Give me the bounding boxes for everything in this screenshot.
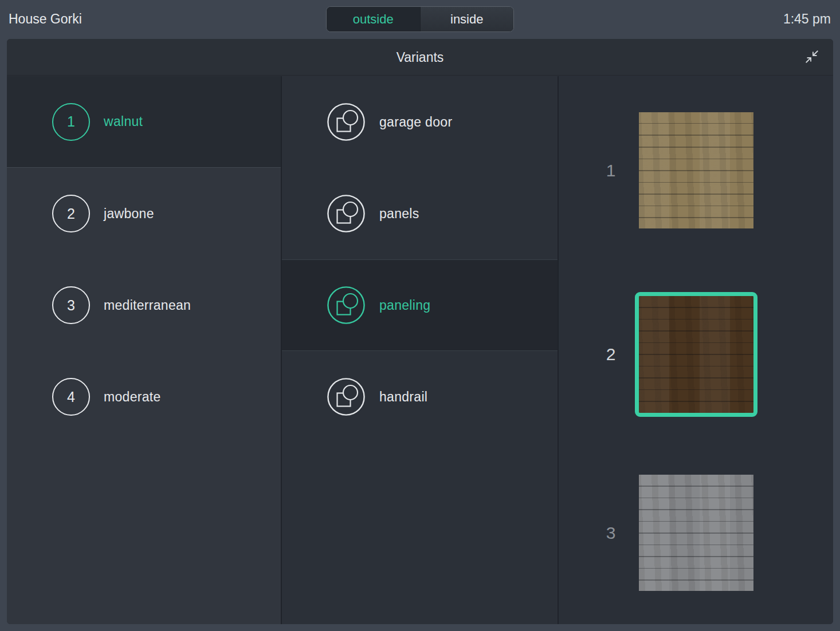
swatch-number: 2 <box>599 345 622 364</box>
panel-title: Variants <box>7 39 833 76</box>
project-title: House Gorki <box>9 0 82 38</box>
tab-outside[interactable]: outside <box>327 7 420 31</box>
material-swatch-gray-wood[interactable] <box>639 475 753 591</box>
material-swatch-light-wood[interactable] <box>639 112 753 228</box>
variant-number-badge: 2 <box>52 195 90 232</box>
variant-label: moderate <box>104 389 161 405</box>
wood-texture <box>639 475 753 591</box>
shapes-material-icon <box>327 286 365 324</box>
component-item-garage-door[interactable]: garage door <box>282 76 558 168</box>
inside-outside-toggle: outside inside <box>326 6 514 32</box>
clock-time: 1:45 pm <box>783 0 831 38</box>
component-item-panels[interactable]: panels <box>282 168 558 259</box>
variant-item-jawbone[interactable]: 2 jawbone <box>7 168 281 259</box>
component-item-paneling[interactable]: paneling <box>282 259 558 351</box>
variant-item-mediterranean[interactable]: 3 mediterranean <box>7 259 281 351</box>
component-label: paneling <box>379 298 430 313</box>
component-item-handrail[interactable]: handrail <box>282 351 558 443</box>
wood-texture <box>639 296 753 413</box>
variant-list: 1 walnut 2 jawbone 3 mediterranean 4 mod… <box>7 76 281 624</box>
shapes-material-icon <box>327 378 365 416</box>
variants-content: 1 walnut 2 jawbone 3 mediterranean 4 mod… <box>7 76 833 624</box>
component-label: panels <box>379 206 419 222</box>
variant-label: jawbone <box>104 206 154 222</box>
shapes-material-icon <box>327 103 365 141</box>
variant-label: mediterranean <box>104 298 191 313</box>
swatch-option-3: 3 <box>559 475 833 591</box>
component-list: garage door panels <box>282 76 558 624</box>
component-label: garage door <box>379 115 452 130</box>
shapes-material-icon <box>327 195 365 232</box>
variant-number-badge: 4 <box>52 378 90 416</box>
variants-panel: Variants 1 walnut 2 jawbone 3 medit <box>7 39 833 624</box>
swatch-number: 3 <box>599 523 622 543</box>
top-bar: House Gorki outside inside 1:45 pm <box>0 0 840 39</box>
variant-number-badge: 1 <box>52 103 90 141</box>
swatch-number: 1 <box>599 161 622 180</box>
variant-item-moderate[interactable]: 4 moderate <box>7 351 281 443</box>
variant-item-walnut[interactable]: 1 walnut <box>7 76 281 168</box>
variant-number-badge: 3 <box>52 286 90 324</box>
swatch-option-2-selected: 2 <box>559 292 833 417</box>
wood-texture <box>639 112 753 228</box>
variant-label: walnut <box>104 114 143 129</box>
collapse-button[interactable] <box>802 48 822 68</box>
material-swatch-dark-wood[interactable] <box>635 292 757 417</box>
material-swatch-list: 1 2 3 <box>559 76 833 624</box>
collapse-arrows-icon <box>804 49 819 66</box>
swatch-option-1: 1 <box>559 112 833 228</box>
component-label: handrail <box>379 389 427 405</box>
tab-inside[interactable]: inside <box>420 7 514 31</box>
variants-panel-header: Variants <box>7 39 833 76</box>
